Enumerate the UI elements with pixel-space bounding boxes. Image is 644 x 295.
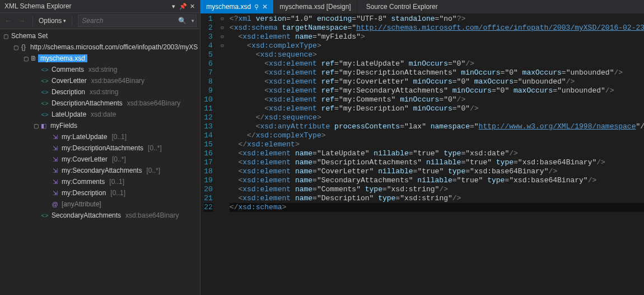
cardinality: [0..1] xyxy=(109,178,124,186)
element-icon: <> xyxy=(40,111,49,118)
cardinality: [0..*] xyxy=(146,167,160,174)
pin-icon[interactable]: 📌 xyxy=(180,3,186,10)
element-icon: <> xyxy=(40,89,49,95)
anyattribute-node[interactable]: [anyAttribute] xyxy=(59,200,104,208)
element-icon: <> xyxy=(40,66,49,73)
ref-node[interactable]: my:CoverLetter xyxy=(59,155,110,163)
editor-area: myschema.xsd ⚲ ✕ myschema.xsd [Design] S… xyxy=(200,0,644,295)
group-node[interactable]: myFields xyxy=(48,122,80,130)
ref-icon: ⇲ xyxy=(50,145,59,152)
close-icon[interactable]: ✕ xyxy=(189,3,195,10)
namespace-node[interactable]: http://schemas.microsoft.com/office/info… xyxy=(28,43,200,51)
ref-node[interactable]: my:Description xyxy=(59,189,108,197)
ref-node[interactable]: my:Comments xyxy=(59,178,107,186)
line-number-gutter: 12345678910111213141516171819202122 xyxy=(200,13,218,295)
tab-myschema-design[interactable]: myschema.xsd [Design] xyxy=(274,0,357,13)
element-type: xsd:string xyxy=(88,66,117,73)
code-area[interactable]: 12345678910111213141516171819202122 ⊟⊟⊟⊟… xyxy=(200,13,644,295)
schema-tree[interactable]: ▢Schema Set ▢{}http://schemas.microsoft.… xyxy=(0,29,200,295)
cardinality: [0..1] xyxy=(110,189,125,197)
cardinality: [0..*] xyxy=(112,155,126,163)
separator xyxy=(32,16,33,26)
options-button[interactable]: Options ▾ xyxy=(39,17,66,25)
element-icon: <> xyxy=(40,100,49,107)
element-node[interactable]: DescriptionAttachments xyxy=(49,99,125,107)
toggle-icon[interactable]: ▢ xyxy=(22,56,29,62)
toggle-icon[interactable]: ▢ xyxy=(12,44,19,50)
tab-label: myschema.xsd [Design] xyxy=(279,3,351,11)
ref-icon: ⇲ xyxy=(50,178,59,186)
element-type: xsd:base64Binary xyxy=(91,77,144,85)
toggle-icon[interactable]: ▢ xyxy=(32,123,39,129)
element-node[interactable]: CoverLetter xyxy=(49,77,89,85)
ref-icon: ⇲ xyxy=(50,167,59,174)
xml-schema-explorer-panel: XML Schema Explorer ▾ 📌 ✕ ← → Options ▾ … xyxy=(0,0,200,295)
tab-label: myschema.xsd xyxy=(206,3,251,11)
element-node[interactable]: SecondaryAttachments xyxy=(49,211,123,219)
fold-column[interactable]: ⊟⊟⊟⊟ xyxy=(218,13,226,295)
group-icon: ◧ xyxy=(39,122,48,130)
toggle-icon[interactable]: ▢ xyxy=(2,33,9,39)
tab-label: Source Control Explorer xyxy=(366,3,438,11)
pin-icon[interactable]: ⚲ xyxy=(254,3,259,11)
element-type: xsd:base64Binary xyxy=(125,211,179,219)
element-icon: <> xyxy=(40,212,49,219)
panel-toolbar: ← → Options ▾ 🔍 ▾ xyxy=(0,13,200,29)
file-icon: 🗎 xyxy=(29,54,38,62)
ref-node[interactable]: my:LateUpdate xyxy=(59,133,109,141)
cardinality: [0..1] xyxy=(111,133,127,141)
document-tabs: myschema.xsd ⚲ ✕ myschema.xsd [Design] S… xyxy=(200,0,644,13)
forward-icon[interactable]: → xyxy=(17,16,27,25)
file-node[interactable]: myschema.xsd xyxy=(38,54,87,62)
ref-node[interactable]: my:SecondaryAttachments xyxy=(59,167,144,174)
chevron-down-icon: ▾ xyxy=(63,18,66,24)
namespace-icon: {} xyxy=(19,43,28,51)
search-chevron-icon[interactable]: ▾ xyxy=(192,18,194,24)
element-type: xsd:string xyxy=(90,88,118,96)
ref-icon: ⇲ xyxy=(50,156,59,163)
tab-myschema-xsd[interactable]: myschema.xsd ⚲ ✕ xyxy=(200,0,274,13)
search-icon[interactable]: 🔍 xyxy=(178,17,186,25)
element-node[interactable]: LateUpdate xyxy=(49,110,88,118)
ref-icon: ⇲ xyxy=(50,133,59,141)
options-label: Options xyxy=(39,17,62,25)
element-icon: <> xyxy=(40,77,49,84)
panel-titlebar: XML Schema Explorer ▾ 📌 ✕ xyxy=(0,0,200,13)
ref-node[interactable]: my:DescriptionAttachments xyxy=(59,144,146,152)
window-options-icon[interactable]: ▾ xyxy=(170,3,176,10)
search-wrap: 🔍 ▾ xyxy=(78,15,197,27)
code-content[interactable]: <?xml version="1.0" encoding="UTF-8" sta… xyxy=(226,13,644,295)
anyattribute-icon: @ xyxy=(50,201,59,208)
schema-set-node[interactable]: Schema Set xyxy=(9,32,50,40)
panel-title-text: XML Schema Explorer xyxy=(4,2,72,10)
separator xyxy=(72,16,72,26)
element-type: xsd:base64Binary xyxy=(127,99,180,107)
tab-source-control-explorer[interactable]: Source Control Explorer xyxy=(357,0,447,13)
close-icon[interactable]: ✕ xyxy=(262,3,268,11)
ref-icon: ⇲ xyxy=(50,190,59,197)
element-node[interactable]: Comments xyxy=(49,66,86,73)
cardinality: [0..*] xyxy=(148,144,162,152)
element-node[interactable]: Description xyxy=(49,88,87,96)
element-type: xsd:date xyxy=(91,110,116,118)
back-icon[interactable]: ← xyxy=(3,16,13,25)
